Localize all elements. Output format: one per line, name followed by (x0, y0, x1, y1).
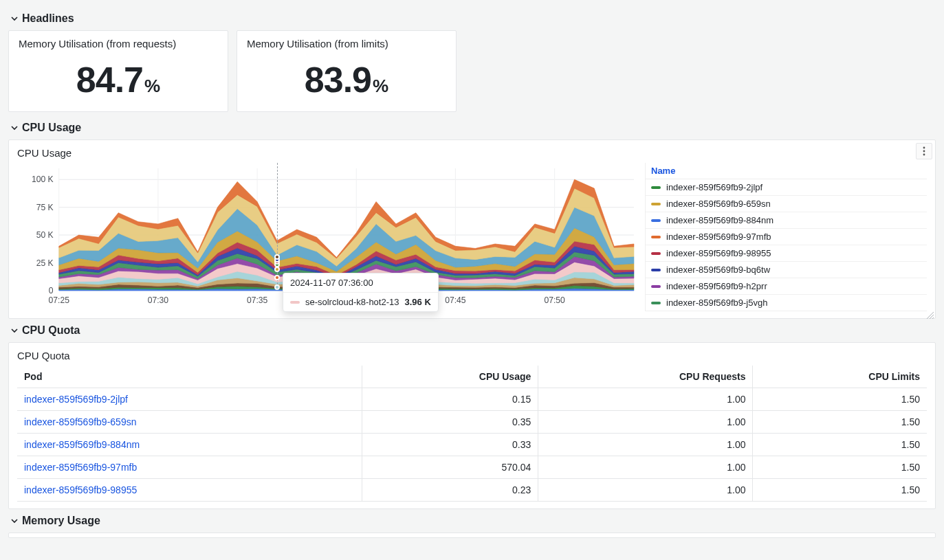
tooltip-swatch (290, 301, 300, 304)
pod-link[interactable]: indexer-859f569fb9-97mfb (24, 462, 137, 473)
stat-unit: % (144, 76, 160, 97)
legend-header[interactable]: Name (646, 163, 927, 179)
panel-menu-button[interactable] (916, 143, 932, 159)
chevron-down-icon (11, 124, 19, 131)
panel-cpu-usage: CPU Usage 025 K50 K75 K100 K07:2507:3007… (8, 139, 936, 319)
stat-card-mem-limits: Memory Utilisation (from limits) 83.9 % (237, 30, 457, 112)
panel-title: CPU Usage (17, 147, 927, 159)
svg-text:75 K: 75 K (36, 203, 54, 212)
legend-swatch (651, 269, 661, 271)
table-row: indexer-859f569fb9-97mfb570.041.001.50 (17, 456, 927, 479)
chevron-down-icon (11, 327, 19, 334)
legend-swatch (651, 203, 661, 205)
cell-cpu-requests: 1.00 (538, 456, 753, 479)
panel-memory-usage (8, 533, 936, 538)
cpu-quota-table: PodCPU UsageCPU RequestsCPU Limits index… (17, 366, 927, 502)
cell-cpu-limits: 1.50 (753, 411, 927, 434)
chevron-down-icon (11, 15, 19, 22)
table-header[interactable]: CPU Requests (538, 366, 753, 388)
chart-hover-dot (274, 284, 280, 290)
cell-cpu-requests: 1.00 (538, 434, 753, 456)
pod-link[interactable]: indexer-859f569fb9-884nm (24, 439, 140, 450)
cpu-usage-chart[interactable]: 025 K50 K75 K100 K07:2507:3007:3507:4007… (17, 163, 637, 311)
legend-label: indexer-859f569fb9-bq6tw (666, 265, 770, 275)
cell-cpu-limits: 1.50 (753, 456, 927, 479)
chart-legend: Name indexer-859f569fb9-2jlpfindexer-859… (645, 163, 927, 311)
stat-value: 84.7 (76, 59, 143, 100)
legend-item[interactable]: indexer-859f569fb9-2jlpf (646, 179, 927, 196)
svg-text:07:35: 07:35 (247, 295, 268, 305)
table-row: indexer-859f569fb9-884nm0.331.001.50 (17, 434, 927, 456)
tooltip-time: 2024-11-07 07:36:00 (283, 273, 438, 293)
legend-label: indexer-859f569fb9-2jlpf (666, 182, 762, 192)
legend-label: indexer-859f569fb9-j5vgh (666, 298, 767, 308)
table-row: indexer-859f569fb9-659sn0.351.001.50 (17, 411, 927, 434)
svg-text:07:45: 07:45 (445, 295, 466, 305)
svg-text:07:50: 07:50 (544, 295, 565, 305)
tooltip-value: 3.96 K (405, 297, 431, 307)
legend-label: indexer-859f569fb9-884nm (666, 215, 773, 225)
section-title: Headlines (22, 12, 74, 25)
legend-swatch (651, 236, 661, 238)
cell-cpu-limits: 1.50 (753, 479, 927, 502)
section-toggle-headlines[interactable]: Headlines (8, 7, 936, 30)
legend-item[interactable]: indexer-859f569fb9-bq6tw (646, 262, 927, 278)
kebab-icon (923, 146, 925, 156)
panel-cpu-quota: CPU Quota PodCPU UsageCPU RequestsCPU Li… (8, 342, 936, 509)
legend-label: indexer-859f569fb9-659sn (666, 199, 771, 209)
legend-item[interactable]: indexer-859f569fb9-97mfb (646, 229, 927, 245)
resize-handle-icon[interactable] (927, 310, 934, 317)
section-toggle-cpu-usage[interactable]: CPU Usage (8, 116, 936, 139)
card-title: Memory Utilisation (from requests) (19, 38, 218, 49)
cell-cpu-usage: 0.35 (362, 411, 538, 434)
section-toggle-memory-usage[interactable]: Memory Usage (8, 509, 936, 533)
table-header[interactable]: CPU Limits (753, 366, 927, 388)
legend-swatch (651, 302, 661, 304)
section-title: CPU Quota (22, 324, 80, 337)
legend-item[interactable]: indexer-859f569fb9-659sn (646, 196, 927, 212)
cell-cpu-limits: 1.50 (753, 434, 927, 456)
cell-cpu-requests: 1.00 (538, 479, 753, 502)
chevron-down-icon (11, 517, 19, 524)
panel-title: CPU Quota (17, 350, 927, 361)
cell-cpu-usage: 0.33 (362, 434, 538, 456)
cell-cpu-limits: 1.50 (753, 388, 927, 411)
legend-item[interactable]: indexer-859f569fb9-h2prr (646, 278, 927, 295)
stat-value: 83.9 (305, 59, 371, 100)
legend-item[interactable]: indexer-859f569fb9-j5vgh (646, 295, 927, 311)
tooltip-series: se-solrcloud-k8-hot2-13 (305, 297, 399, 307)
legend-label: indexer-859f569fb9-h2prr (666, 281, 767, 291)
pod-link[interactable]: indexer-859f569fb9-2jlpf (24, 394, 128, 405)
table-row: indexer-859f569fb9-989550.231.001.50 (17, 479, 927, 502)
pod-link[interactable]: indexer-859f569fb9-659sn (24, 416, 136, 427)
svg-point-0 (923, 147, 925, 149)
svg-text:0: 0 (49, 286, 54, 295)
legend-swatch (651, 252, 661, 255)
legend-swatch (651, 219, 661, 222)
table-header[interactable]: Pod (17, 366, 362, 388)
section-toggle-cpu-quota[interactable]: CPU Quota (8, 319, 936, 342)
chart-tooltip: 2024-11-07 07:36:00 se-solrcloud-k8-hot2… (283, 273, 439, 312)
legend-label: indexer-859f569fb9-98955 (666, 248, 771, 258)
section-title: CPU Usage (22, 122, 81, 134)
cell-cpu-requests: 1.00 (538, 388, 753, 411)
card-title: Memory Utilisation (from limits) (247, 38, 446, 49)
legend-item[interactable]: indexer-859f569fb9-884nm (646, 212, 927, 229)
stat-card-mem-requests: Memory Utilisation (from requests) 84.7 … (8, 30, 228, 112)
legend-item[interactable]: indexer-859f569fb9-98955 (646, 245, 927, 262)
pod-link[interactable]: indexer-859f569fb9-98955 (24, 484, 137, 495)
svg-point-1 (923, 150, 925, 153)
legend-swatch (651, 186, 661, 189)
legend-swatch (651, 285, 661, 288)
legend-label: indexer-859f569fb9-97mfb (666, 232, 771, 242)
cell-cpu-usage: 570.04 (362, 456, 538, 479)
stat-unit: % (373, 76, 388, 97)
svg-text:50 K: 50 K (36, 230, 54, 240)
svg-text:25 K: 25 K (36, 258, 54, 268)
svg-text:07:25: 07:25 (49, 295, 70, 305)
section-title: Memory Usage (22, 515, 100, 527)
cell-cpu-requests: 1.00 (538, 411, 753, 434)
svg-text:07:30: 07:30 (148, 295, 169, 305)
table-header[interactable]: CPU Usage (362, 366, 538, 388)
svg-text:100 K: 100 K (32, 175, 54, 184)
